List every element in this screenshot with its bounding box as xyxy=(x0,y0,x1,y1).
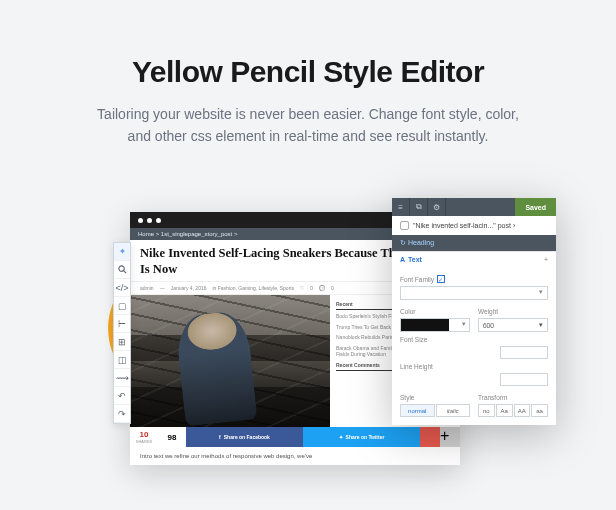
transform-lower-button[interactable]: aa xyxy=(531,404,548,417)
box-tool-icon[interactable]: ⊞ xyxy=(114,333,130,351)
context-selector[interactable]: "Nike invented self-lacin..." post › xyxy=(392,216,556,235)
font-size-label: Font Size xyxy=(400,336,548,343)
share-more-button[interactable] xyxy=(420,427,440,447)
style-panel: ≡ ⧉ ⚙ Saved "Nike invented self-lacin...… xyxy=(392,198,556,425)
settings-icon[interactable]: ⚙ xyxy=(428,198,446,216)
article-image xyxy=(130,295,330,427)
hero-title: Yellow Pencil Style Editor xyxy=(0,0,616,89)
article-intro: Intro text we refine our methods of resp… xyxy=(130,447,460,465)
window-dot-icon xyxy=(138,218,143,223)
share-bar: 10SHARES 98 fShare on Facebook ✦Share on… xyxy=(130,427,460,447)
style-italic-button[interactable]: italic xyxy=(436,404,471,417)
redo-tool-icon[interactable]: ↷ xyxy=(114,405,130,423)
color-label: Color xyxy=(400,308,470,315)
window-dot-icon xyxy=(156,218,161,223)
layers-icon[interactable]: ⧉ xyxy=(410,198,428,216)
responsive-tool-icon[interactable]: ▢ xyxy=(114,297,130,315)
meta-likes: 0 xyxy=(310,285,313,291)
font-size-input[interactable] xyxy=(500,346,548,359)
transform-label: Transform xyxy=(478,394,548,401)
share-twitter-button[interactable]: ✦Share on Twitter xyxy=(303,427,420,447)
weight-select[interactable]: 600▾ xyxy=(478,318,548,332)
menu-icon[interactable]: ≡ xyxy=(392,198,410,216)
wireframe-tool-icon[interactable]: ◫ xyxy=(114,351,130,369)
font-family-label: Font Family✓ xyxy=(400,275,548,283)
meta-author: admin xyxy=(140,285,154,291)
twitter-icon: ✦ xyxy=(339,434,343,440)
color-picker[interactable] xyxy=(400,318,470,332)
share-facebook-button[interactable]: fShare on Facebook xyxy=(186,427,303,447)
line-height-input[interactable] xyxy=(500,373,548,386)
code-tool-icon[interactable]: </> xyxy=(114,279,130,297)
font-family-select[interactable] xyxy=(400,286,548,300)
cursor-tool-icon[interactable]: ⌖ xyxy=(114,243,130,261)
svg-line-1 xyxy=(123,271,125,273)
style-label: Style xyxy=(400,394,470,401)
transform-upper-button[interactable]: AA xyxy=(514,404,531,417)
window-dot-icon xyxy=(147,218,152,223)
undo-tool-icon[interactable]: ↶ xyxy=(114,387,130,405)
facebook-icon: f xyxy=(219,434,221,440)
animation-tool-icon[interactable]: ⟿ xyxy=(114,369,130,387)
element-heading[interactable]: ↻ Heading xyxy=(392,235,556,251)
panel-toolbar: ≡ ⧉ ⚙ Saved xyxy=(392,198,556,216)
hero-subtitle: Tailoring your website is never been eas… xyxy=(0,89,616,148)
meta-date: January 4, 2016 xyxy=(171,285,207,291)
weight-label: Weight xyxy=(478,308,548,315)
saved-badge: Saved xyxy=(515,198,556,216)
share-extra-button[interactable]: + xyxy=(440,427,460,447)
share-fb-count: 98 xyxy=(158,427,186,447)
meta-comments: 0 xyxy=(331,285,334,291)
svg-point-0 xyxy=(118,266,123,271)
section-text[interactable]: AText+ xyxy=(392,251,556,267)
line-height-label: Line Height xyxy=(400,363,548,370)
transform-cap-button[interactable]: Aa xyxy=(496,404,513,417)
editor-toolbar: ⌖ </> ▢ ⊢ ⊞ ◫ ⟿ ↶ ↷ xyxy=(113,242,131,424)
style-normal-button[interactable]: normal xyxy=(400,404,435,417)
meta-cats: in Fashion, Gaming, Lifestyle, Sports xyxy=(212,285,294,291)
search-tool-icon[interactable] xyxy=(114,261,130,279)
share-total: 10SHARES xyxy=(130,427,158,447)
check-icon[interactable]: ✓ xyxy=(437,275,445,283)
transform-none-button[interactable]: no xyxy=(478,404,495,417)
ruler-tool-icon[interactable]: ⊢ xyxy=(114,315,130,333)
